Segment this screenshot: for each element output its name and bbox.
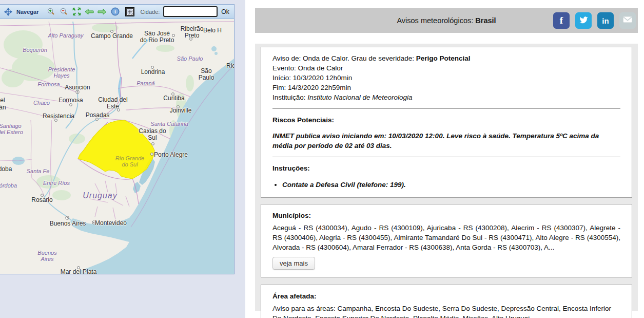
municipios-title: Municípios: bbox=[272, 211, 620, 220]
divider bbox=[272, 108, 620, 109]
instruction-item: Contate a Defesa Civil (telefone: 199). bbox=[282, 180, 620, 190]
municipios-text: Aceguá - RS (4300034), Agudo - RS (43001… bbox=[272, 223, 620, 252]
cidade-input[interactable] bbox=[163, 6, 218, 17]
alert-severity-line: Aviso de: Onda de Calor. Grau de severid… bbox=[272, 53, 620, 63]
map-widget: Navegar i Cidade: Ok bbox=[0, 4, 235, 274]
map-canvas[interactable]: Alto ParaguayBoquerónPresidente HayesFor… bbox=[0, 19, 234, 274]
info-icon[interactable]: i bbox=[110, 7, 120, 16]
page-title-prefix: Avisos meteorológicos: bbox=[397, 16, 473, 25]
affected-area-text: Aviso para as áreas: Campanha, Encosta D… bbox=[272, 304, 620, 318]
institution-value: Instituto Nacional de Meteorologia bbox=[307, 93, 412, 101]
linkedin-share-button[interactable]: in bbox=[597, 12, 614, 29]
cidade-label: Cidade: bbox=[140, 9, 160, 15]
twitter-icon bbox=[579, 15, 589, 27]
alert-start-line: Início: 10/3/2020 12h0min bbox=[272, 73, 620, 83]
affected-area-box: Área afetada: Aviso para as áreas: Campa… bbox=[261, 285, 632, 318]
navegar-label: Navegar bbox=[16, 9, 38, 15]
email-icon bbox=[622, 14, 633, 27]
social-buttons: f in bbox=[553, 12, 636, 29]
linkedin-icon: in bbox=[602, 16, 609, 25]
alert-details-box: Aviso de: Onda de Calor. Grau de severid… bbox=[261, 47, 632, 198]
map-column: Navegar i Cidade: Ok bbox=[0, 0, 245, 318]
email-share-button[interactable] bbox=[619, 12, 636, 29]
arrow-right-icon[interactable] bbox=[97, 7, 107, 16]
divider bbox=[272, 157, 620, 157]
veja-mais-button[interactable]: veja mais bbox=[272, 257, 315, 270]
risks-title: Riscos Potenciais: bbox=[272, 115, 620, 125]
zoom-in-icon[interactable] bbox=[46, 7, 55, 16]
affected-area-title: Área afetada: bbox=[272, 291, 620, 301]
panel-header: Avisos meteorológicos: Brasil f in bbox=[255, 8, 638, 33]
zoom-out-icon[interactable] bbox=[59, 7, 68, 16]
severity-value: Perigo Potencial bbox=[416, 54, 471, 62]
alert-institution-line: Instituição: Instituto Nacional de Meteo… bbox=[272, 92, 620, 102]
select-area-icon[interactable] bbox=[125, 7, 134, 16]
instructions-title: Instruções: bbox=[272, 163, 620, 173]
facebook-icon: f bbox=[560, 15, 563, 26]
pan-icon[interactable] bbox=[4, 7, 13, 16]
map-svg bbox=[0, 19, 234, 274]
map-toolbar: Navegar i Cidade: Ok bbox=[0, 5, 234, 19]
alert-panel: Avisos meteorológicos: Brasil f in Aviso… bbox=[255, 0, 638, 318]
risks-text: INMET publica aviso iniciando em: 10/03/… bbox=[272, 131, 620, 151]
arrow-left-icon[interactable] bbox=[85, 7, 94, 16]
municipios-box: Municípios: Aceguá - RS (4300034), Agudo… bbox=[261, 204, 632, 277]
instructions-list: Contate a Defesa Civil (telefone: 199). bbox=[272, 180, 620, 190]
alert-end-line: Fim: 14/3/2020 22h59min bbox=[272, 83, 620, 92]
expand-icon[interactable] bbox=[72, 7, 81, 16]
panel-body: Aviso de: Onda de Calor. Grau de severid… bbox=[255, 44, 638, 311]
facebook-share-button[interactable]: f bbox=[553, 12, 570, 29]
twitter-share-button[interactable] bbox=[575, 12, 592, 29]
ok-button[interactable]: Ok bbox=[221, 8, 229, 15]
alert-event-line: Evento: Onda de Calor bbox=[272, 63, 620, 73]
page-title-country: Brasil bbox=[475, 16, 496, 25]
